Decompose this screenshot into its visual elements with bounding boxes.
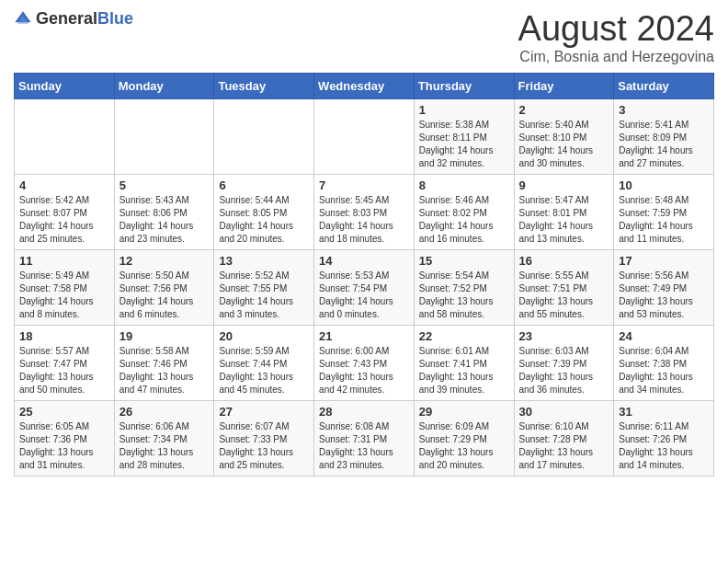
- calendar-cell: 23Sunrise: 6:03 AM Sunset: 7:39 PM Dayli…: [514, 326, 614, 401]
- day-number: 3: [619, 103, 709, 117]
- day-number: 12: [119, 254, 210, 268]
- day-number: 15: [419, 254, 509, 268]
- title-area: August 2024 Cim, Bosnia and Herzegovina: [518, 9, 714, 65]
- calendar-cell: 31Sunrise: 6:11 AM Sunset: 7:26 PM Dayli…: [614, 401, 714, 477]
- calendar-cell: 22Sunrise: 6:01 AM Sunset: 7:41 PM Dayli…: [414, 326, 514, 401]
- day-info: Sunrise: 5:50 AM Sunset: 7:56 PM Dayligh…: [119, 270, 210, 321]
- day-info: Sunrise: 5:53 AM Sunset: 7:54 PM Dayligh…: [319, 270, 409, 321]
- calendar-cell: 8Sunrise: 5:46 AM Sunset: 8:02 PM Daylig…: [414, 175, 514, 250]
- calendar-cell: 14Sunrise: 5:53 AM Sunset: 7:54 PM Dayli…: [314, 250, 415, 326]
- day-info: Sunrise: 6:04 AM Sunset: 7:38 PM Dayligh…: [619, 345, 709, 396]
- calendar-week-3: 11Sunrise: 5:49 AM Sunset: 7:58 PM Dayli…: [15, 250, 714, 326]
- day-info: Sunrise: 6:10 AM Sunset: 7:28 PM Dayligh…: [519, 420, 609, 472]
- day-info: Sunrise: 6:08 AM Sunset: 7:31 PM Dayligh…: [319, 420, 409, 472]
- logo: GeneralBlue: [14, 9, 133, 29]
- month-title: August 2024: [518, 9, 714, 49]
- day-number: 18: [19, 329, 109, 343]
- calendar-cell: 15Sunrise: 5:54 AM Sunset: 7:52 PM Dayli…: [414, 250, 514, 326]
- day-number: 29: [419, 405, 509, 419]
- calendar-cell: [214, 99, 314, 175]
- day-info: Sunrise: 5:40 AM Sunset: 8:10 PM Dayligh…: [519, 119, 609, 170]
- calendar-cell: 27Sunrise: 6:07 AM Sunset: 7:33 PM Dayli…: [214, 401, 314, 477]
- calendar-cell: 26Sunrise: 6:06 AM Sunset: 7:34 PM Dayli…: [114, 401, 214, 477]
- day-number: 28: [319, 405, 409, 419]
- day-number: 13: [219, 254, 309, 268]
- calendar-cell: 7Sunrise: 5:45 AM Sunset: 8:03 PM Daylig…: [314, 175, 415, 250]
- day-info: Sunrise: 5:56 AM Sunset: 7:49 PM Dayligh…: [619, 270, 709, 321]
- day-info: Sunrise: 5:46 AM Sunset: 8:02 PM Dayligh…: [419, 194, 509, 246]
- calendar-header-monday: Monday: [114, 74, 214, 99]
- day-number: 26: [119, 405, 210, 419]
- day-number: 8: [419, 178, 509, 192]
- day-number: 16: [519, 254, 609, 268]
- calendar-cell: 25Sunrise: 6:05 AM Sunset: 7:36 PM Dayli…: [15, 401, 115, 477]
- calendar-cell: 20Sunrise: 5:59 AM Sunset: 7:44 PM Dayli…: [214, 326, 314, 401]
- calendar-cell: [15, 99, 115, 175]
- day-info: Sunrise: 6:05 AM Sunset: 7:36 PM Dayligh…: [19, 420, 109, 472]
- day-number: 31: [619, 405, 709, 419]
- calendar-cell: 11Sunrise: 5:49 AM Sunset: 7:58 PM Dayli…: [15, 250, 115, 326]
- day-info: Sunrise: 5:47 AM Sunset: 8:01 PM Dayligh…: [519, 194, 609, 246]
- day-info: Sunrise: 5:57 AM Sunset: 7:47 PM Dayligh…: [19, 345, 109, 396]
- day-info: Sunrise: 6:03 AM Sunset: 7:39 PM Dayligh…: [519, 345, 609, 396]
- day-number: 25: [19, 405, 109, 419]
- calendar-cell: [314, 99, 415, 175]
- day-info: Sunrise: 5:52 AM Sunset: 7:55 PM Dayligh…: [219, 270, 309, 321]
- day-info: Sunrise: 6:06 AM Sunset: 7:34 PM Dayligh…: [119, 420, 210, 472]
- day-number: 30: [519, 405, 609, 419]
- day-info: Sunrise: 5:41 AM Sunset: 8:09 PM Dayligh…: [619, 119, 709, 170]
- calendar-header-tuesday: Tuesday: [214, 74, 314, 99]
- calendar-cell: 24Sunrise: 6:04 AM Sunset: 7:38 PM Dayli…: [614, 326, 714, 401]
- calendar-cell: 18Sunrise: 5:57 AM Sunset: 7:47 PM Dayli…: [15, 326, 115, 401]
- day-number: 22: [419, 329, 509, 343]
- page-header: GeneralBlue August 2024 Cim, Bosnia and …: [14, 9, 714, 65]
- logo-icon: [14, 10, 32, 29]
- day-number: 1: [419, 103, 509, 117]
- calendar-cell: 28Sunrise: 6:08 AM Sunset: 7:31 PM Dayli…: [314, 401, 415, 477]
- calendar-cell: 10Sunrise: 5:48 AM Sunset: 7:59 PM Dayli…: [614, 175, 714, 250]
- calendar-cell: 1Sunrise: 5:38 AM Sunset: 8:11 PM Daylig…: [414, 99, 514, 175]
- calendar-cell: 4Sunrise: 5:42 AM Sunset: 8:07 PM Daylig…: [15, 175, 115, 250]
- calendar-cell: 30Sunrise: 6:10 AM Sunset: 7:28 PM Dayli…: [514, 401, 614, 477]
- calendar-header-thursday: Thursday: [414, 74, 514, 99]
- calendar-cell: 12Sunrise: 5:50 AM Sunset: 7:56 PM Dayli…: [114, 250, 214, 326]
- calendar-cell: 16Sunrise: 5:55 AM Sunset: 7:51 PM Dayli…: [514, 250, 614, 326]
- day-info: Sunrise: 5:38 AM Sunset: 8:11 PM Dayligh…: [419, 119, 509, 170]
- logo-text: GeneralBlue: [36, 9, 133, 29]
- day-number: 19: [119, 329, 210, 343]
- calendar-week-1: 1Sunrise: 5:38 AM Sunset: 8:11 PM Daylig…: [15, 99, 714, 175]
- calendar-cell: 3Sunrise: 5:41 AM Sunset: 8:09 PM Daylig…: [614, 99, 714, 175]
- day-info: Sunrise: 5:48 AM Sunset: 7:59 PM Dayligh…: [619, 194, 709, 246]
- day-info: Sunrise: 5:49 AM Sunset: 7:58 PM Dayligh…: [19, 270, 109, 321]
- calendar-cell: 19Sunrise: 5:58 AM Sunset: 7:46 PM Dayli…: [114, 326, 214, 401]
- calendar-header-row: SundayMondayTuesdayWednesdayThursdayFrid…: [15, 74, 714, 99]
- day-number: 20: [219, 329, 309, 343]
- day-number: 5: [119, 178, 210, 192]
- calendar-table: SundayMondayTuesdayWednesdayThursdayFrid…: [14, 73, 714, 477]
- calendar-week-5: 25Sunrise: 6:05 AM Sunset: 7:36 PM Dayli…: [15, 401, 714, 477]
- day-number: 27: [219, 405, 309, 419]
- day-info: Sunrise: 5:44 AM Sunset: 8:05 PM Dayligh…: [219, 194, 309, 246]
- calendar-cell: 21Sunrise: 6:00 AM Sunset: 7:43 PM Dayli…: [314, 326, 415, 401]
- calendar-cell: 17Sunrise: 5:56 AM Sunset: 7:49 PM Dayli…: [614, 250, 714, 326]
- day-info: Sunrise: 5:54 AM Sunset: 7:52 PM Dayligh…: [419, 270, 509, 321]
- day-number: 17: [619, 254, 709, 268]
- calendar-header-saturday: Saturday: [614, 74, 714, 99]
- day-info: Sunrise: 5:58 AM Sunset: 7:46 PM Dayligh…: [119, 345, 210, 396]
- calendar-cell: 6Sunrise: 5:44 AM Sunset: 8:05 PM Daylig…: [214, 175, 314, 250]
- calendar-cell: 2Sunrise: 5:40 AM Sunset: 8:10 PM Daylig…: [514, 99, 614, 175]
- day-number: 2: [519, 103, 609, 117]
- day-number: 9: [519, 178, 609, 192]
- calendar-header-wednesday: Wednesday: [314, 74, 415, 99]
- calendar-cell: [114, 99, 214, 175]
- calendar-week-2: 4Sunrise: 5:42 AM Sunset: 8:07 PM Daylig…: [15, 175, 714, 250]
- calendar-cell: 29Sunrise: 6:09 AM Sunset: 7:29 PM Dayli…: [414, 401, 514, 477]
- day-info: Sunrise: 5:43 AM Sunset: 8:06 PM Dayligh…: [119, 194, 210, 246]
- day-info: Sunrise: 5:45 AM Sunset: 8:03 PM Dayligh…: [319, 194, 409, 246]
- day-info: Sunrise: 5:42 AM Sunset: 8:07 PM Dayligh…: [19, 194, 109, 246]
- calendar-cell: 13Sunrise: 5:52 AM Sunset: 7:55 PM Dayli…: [214, 250, 314, 326]
- day-info: Sunrise: 6:09 AM Sunset: 7:29 PM Dayligh…: [419, 420, 509, 472]
- calendar-cell: 5Sunrise: 5:43 AM Sunset: 8:06 PM Daylig…: [114, 175, 214, 250]
- calendar-cell: 9Sunrise: 5:47 AM Sunset: 8:01 PM Daylig…: [514, 175, 614, 250]
- day-number: 7: [319, 178, 409, 192]
